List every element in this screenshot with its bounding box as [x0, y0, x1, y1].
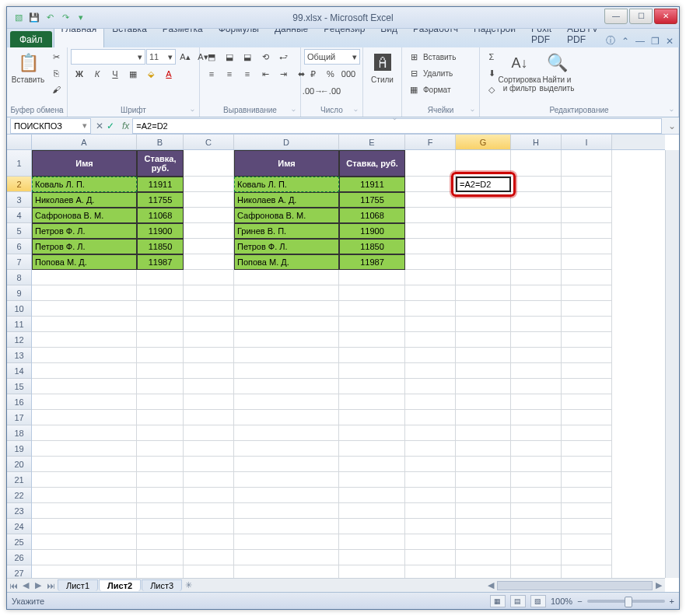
cell-G8[interactable]	[456, 270, 511, 285]
currency-icon[interactable]: ₽	[304, 66, 321, 82]
cell-E18[interactable]	[339, 425, 405, 441]
orientation-icon[interactable]: ⟲	[257, 49, 274, 65]
cell-I17[interactable]	[562, 410, 612, 425]
cut-icon[interactable]: ✂	[47, 49, 65, 65]
cell-D3[interactable]: Николаев А. Д.	[234, 192, 339, 208]
cell-B4[interactable]: 11068	[137, 208, 184, 223]
cell-H3[interactable]	[511, 192, 562, 208]
cell-A14[interactable]	[32, 363, 137, 379]
cell-A3[interactable]: Николаев А. Д.	[32, 192, 137, 208]
cell-B25[interactable]	[137, 534, 184, 550]
cell-C7[interactable]	[184, 254, 234, 270]
cell-C14[interactable]	[184, 363, 234, 379]
name-box[interactable]: ПОИСКПОЗ▾	[10, 118, 91, 134]
view-break-icon[interactable]: ▧	[530, 595, 546, 607]
cell-C21[interactable]	[184, 472, 234, 488]
hscroll-right-icon[interactable]: ▶	[653, 580, 665, 590]
cell-F12[interactable]	[405, 332, 456, 348]
cell-E23[interactable]	[339, 503, 405, 519]
cell-D24[interactable]	[234, 519, 339, 534]
bold-icon[interactable]: Ж	[71, 66, 88, 82]
doc-restore-icon[interactable]: ❐	[651, 36, 660, 47]
wrap-text-icon[interactable]: ⮐	[275, 49, 292, 65]
cell-A12[interactable]	[32, 332, 137, 348]
cell-A16[interactable]	[32, 394, 137, 410]
cell-G26[interactable]	[456, 550, 511, 565]
indent-inc-icon[interactable]: ⇥	[275, 66, 292, 82]
cell-H12[interactable]	[511, 332, 562, 348]
cell-I1[interactable]	[562, 150, 612, 177]
cell-G17[interactable]	[456, 410, 511, 425]
cell-G21[interactable]	[456, 472, 511, 488]
doc-min-icon[interactable]: —	[635, 36, 645, 47]
minimize-button[interactable]: —	[604, 9, 628, 24]
cell-I6[interactable]	[562, 239, 612, 254]
cell-E11[interactable]	[339, 317, 405, 332]
cell-G13[interactable]	[456, 348, 511, 363]
cell-C22[interactable]	[184, 488, 234, 503]
col-header-H[interactable]: H	[511, 135, 562, 149]
cell-I2[interactable]	[562, 177, 612, 192]
cell-H7[interactable]	[511, 254, 562, 270]
row-header-12[interactable]: 12	[7, 332, 31, 348]
cell-D22[interactable]	[234, 488, 339, 503]
cell-I12[interactable]	[562, 332, 612, 348]
ribbon-min-icon[interactable]: ⌃	[621, 36, 629, 47]
cell-A11[interactable]	[32, 317, 137, 332]
cell-I19[interactable]	[562, 441, 612, 457]
cell-G15[interactable]	[456, 379, 511, 394]
cell-I4[interactable]	[562, 208, 612, 223]
cell-I15[interactable]	[562, 379, 612, 394]
align-left-icon[interactable]: ≡	[203, 66, 220, 82]
cell-F18[interactable]	[405, 425, 456, 441]
save-icon[interactable]: 💾	[27, 11, 41, 25]
cell-H4[interactable]	[511, 208, 562, 223]
cell-F22[interactable]	[405, 488, 456, 503]
copy-icon[interactable]: ⎘	[47, 65, 65, 81]
cell-G1[interactable]	[456, 150, 511, 177]
worksheet-area[interactable]: ABCDEFGHI 123456789101112131415161718192…	[7, 135, 679, 592]
cell-A20[interactable]	[32, 457, 137, 472]
cell-E25[interactable]	[339, 534, 405, 550]
cell-F23[interactable]	[405, 503, 456, 519]
select-all-corner[interactable]	[7, 135, 32, 150]
cell-E26[interactable]	[339, 550, 405, 565]
percent-icon[interactable]: %	[322, 66, 339, 82]
cell-G12[interactable]	[456, 332, 511, 348]
cell-F6[interactable]	[405, 239, 456, 254]
cell-D12[interactable]	[234, 332, 339, 348]
file-tab[interactable]: Файл	[10, 31, 52, 47]
cell-I21[interactable]	[562, 472, 612, 488]
cell-E12[interactable]	[339, 332, 405, 348]
tab-nav-first-icon[interactable]: ⏮	[7, 581, 19, 590]
cell-H16[interactable]	[511, 394, 562, 410]
cell-C9[interactable]	[184, 285, 234, 301]
cell-E1[interactable]: Ставка, руб.	[339, 150, 405, 177]
cell-D11[interactable]	[234, 317, 339, 332]
cell-H26[interactable]	[511, 550, 562, 565]
cell-E5[interactable]: 11900	[339, 223, 405, 239]
cell-D13[interactable]	[234, 348, 339, 363]
cell-B2[interactable]: 11911	[137, 177, 184, 192]
row-header-13[interactable]: 13	[7, 348, 31, 363]
font-family-select[interactable]: ▾	[71, 49, 145, 65]
cell-A6[interactable]: Петров Ф. Л.	[32, 239, 137, 254]
col-header-D[interactable]: D	[234, 135, 339, 149]
cell-I25[interactable]	[562, 534, 612, 550]
cell-I20[interactable]	[562, 457, 612, 472]
cell-F15[interactable]	[405, 379, 456, 394]
cell-I22[interactable]	[562, 488, 612, 503]
cell-H2[interactable]	[511, 177, 562, 192]
cell-F26[interactable]	[405, 550, 456, 565]
sort-filter-button[interactable]: A↓ Сортировка и фильтр	[502, 49, 537, 94]
cell-D14[interactable]	[234, 363, 339, 379]
cell-H18[interactable]	[511, 425, 562, 441]
cell-H11[interactable]	[511, 317, 562, 332]
tab-nav-prev-icon[interactable]: ◀	[19, 580, 32, 590]
cell-F1[interactable]	[405, 150, 456, 177]
cell-I8[interactable]	[562, 270, 612, 285]
cell-D25[interactable]	[234, 534, 339, 550]
styles-button[interactable]: 🅰 Стили	[366, 49, 398, 86]
cell-D7[interactable]: Попова М. Д.	[234, 254, 339, 270]
row-header-7[interactable]: 7	[7, 254, 31, 270]
